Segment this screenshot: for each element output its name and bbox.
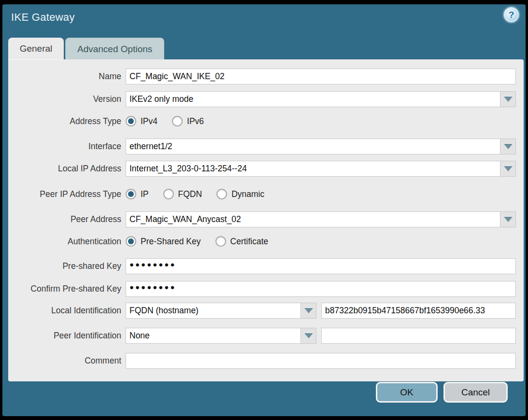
- dialog-title: IKE Gateway: [11, 11, 75, 24]
- tab-advanced-options[interactable]: Advanced Options: [65, 38, 164, 60]
- peer-identification-row: Peer Identification None: [8, 328, 516, 344]
- radio-pre-shared-key-label: Pre-Shared Key: [141, 237, 201, 247]
- interface-select[interactable]: ethernet1/2: [126, 139, 516, 154]
- pre-shared-key-label: Pre-shared Key: [8, 261, 126, 271]
- radio-certificate-circle-icon[interactable]: [215, 236, 226, 247]
- radio-peer-dynamic-circle-icon[interactable]: [216, 189, 227, 199]
- peer-ip-type-row: Peer IP Address Type IP FQDN Dynamic: [8, 188, 516, 200]
- radio-ipv6-label: IPv6: [187, 116, 204, 126]
- help-icon[interactable]: ?: [504, 7, 519, 22]
- version-dropdown-button[interactable]: [500, 91, 516, 107]
- help-icon-glyph: ?: [509, 10, 514, 20]
- pre-shared-key-row: Pre-shared Key ●●●●●●●●: [8, 258, 516, 274]
- name-input[interactable]: [126, 69, 516, 84]
- radio-peer-fqdn-label: FQDN: [178, 189, 202, 199]
- local-identification-type-select[interactable]: FQDN (hostname): [126, 303, 316, 319]
- radio-pre-shared-key[interactable]: Pre-Shared Key: [126, 236, 201, 247]
- radio-ipv6-circle-icon[interactable]: [172, 116, 183, 126]
- radio-ipv4[interactable]: IPv4: [126, 116, 157, 126]
- radio-ipv6[interactable]: IPv6: [172, 116, 204, 126]
- version-select[interactable]: IKEv2 only mode: [126, 91, 516, 107]
- chevron-down-icon: [504, 217, 513, 222]
- peer-ip-type-label: Peer IP Address Type: [8, 189, 126, 199]
- name-label: Name: [8, 71, 126, 82]
- address-type-label: Address Type: [8, 116, 126, 126]
- chevron-down-icon: [504, 144, 513, 149]
- chevron-down-icon: [304, 333, 313, 338]
- radio-certificate-label: Certificate: [230, 237, 269, 247]
- local-identification-dropdown-button[interactable]: [300, 303, 316, 319]
- peer-identification-type-value: None: [126, 328, 300, 344]
- version-row: Version IKEv2 only mode: [8, 91, 516, 107]
- radio-pre-shared-key-circle-icon[interactable]: [126, 236, 136, 247]
- chevron-down-icon: [504, 97, 513, 102]
- comment-row: Comment: [8, 353, 516, 369]
- local-identification-type-value: FQDN (hostname): [126, 303, 300, 319]
- local-ip-row: Local IP Address Internet_L3_203-0-113-2…: [8, 161, 516, 177]
- name-row: Name: [8, 69, 516, 84]
- comment-input[interactable]: [126, 353, 516, 369]
- radio-peer-dynamic[interactable]: Dynamic: [216, 189, 264, 199]
- local-ip-value: Internet_L3_203-0-113-254--24: [126, 161, 500, 177]
- radio-peer-fqdn[interactable]: FQDN: [163, 189, 202, 199]
- radio-peer-ip-circle-icon[interactable]: [126, 189, 136, 199]
- radio-certificate[interactable]: Certificate: [215, 236, 269, 247]
- radio-peer-fqdn-circle-icon[interactable]: [163, 189, 174, 199]
- local-ip-label: Local IP Address: [8, 164, 126, 174]
- radio-peer-ip[interactable]: IP: [126, 189, 149, 199]
- interface-value: ethernet1/2: [126, 139, 500, 154]
- local-identification-value-input[interactable]: [321, 303, 516, 319]
- chevron-down-icon: [504, 166, 513, 171]
- version-value: IKEv2 only mode: [126, 91, 500, 107]
- address-type-row: Address Type IPv4 IPv6: [8, 115, 516, 127]
- local-identification-label: Local Identification: [8, 306, 126, 316]
- peer-identification-value-input[interactable]: [321, 328, 516, 344]
- pre-shared-key-input[interactable]: ●●●●●●●●: [126, 258, 516, 274]
- local-ip-dropdown-button[interactable]: [500, 161, 516, 177]
- local-identification-row: Local Identification FQDN (hostname): [8, 303, 516, 319]
- ok-button[interactable]: OK: [376, 382, 438, 403]
- confirm-pre-shared-key-input[interactable]: ●●●●●●●●: [126, 281, 516, 297]
- peer-identification-label: Peer Identification: [8, 331, 126, 341]
- peer-address-row: Peer Address CF_Magic_WAN_Anycast_02: [8, 211, 516, 227]
- cancel-button[interactable]: Cancel: [443, 382, 508, 403]
- tab-advanced-options-label: Advanced Options: [77, 44, 152, 55]
- interface-dropdown-button[interactable]: [500, 139, 516, 154]
- version-label: Version: [8, 94, 126, 104]
- chevron-down-icon: [304, 308, 313, 313]
- radio-peer-ip-label: IP: [141, 189, 149, 199]
- radio-peer-dynamic-label: Dynamic: [231, 189, 264, 199]
- interface-label: Interface: [8, 141, 126, 152]
- confirm-pre-shared-key-label: Confirm Pre-shared Key: [8, 284, 126, 294]
- peer-address-value: CF_Magic_WAN_Anycast_02: [126, 211, 500, 227]
- tab-bar: General Advanced Options: [8, 38, 164, 60]
- authentication-label: Authentication: [8, 237, 126, 247]
- authentication-row: Authentication Pre-Shared Key Certificat…: [8, 236, 516, 247]
- dialog-titlebar: IKE Gateway ?: [2, 4, 526, 33]
- peer-address-select[interactable]: CF_Magic_WAN_Anycast_02: [126, 211, 516, 227]
- radio-ipv4-label: IPv4: [141, 116, 157, 126]
- peer-address-label: Peer Address: [8, 214, 126, 224]
- peer-identification-type-select[interactable]: None: [126, 328, 316, 344]
- peer-identification-dropdown-button[interactable]: [300, 328, 316, 344]
- peer-address-dropdown-button[interactable]: [500, 211, 516, 227]
- ike-gateway-dialog: IKE Gateway ? General Advanced Options N…: [2, 4, 526, 416]
- tab-general[interactable]: General: [8, 38, 64, 60]
- interface-row: Interface ethernet1/2: [8, 139, 516, 154]
- confirm-pre-shared-key-row: Confirm Pre-shared Key ●●●●●●●●: [8, 281, 516, 297]
- radio-ipv4-circle-icon[interactable]: [126, 116, 136, 126]
- comment-label: Comment: [8, 356, 126, 366]
- general-tab-panel: Name Version IKEv2 only mode Address Typ…: [8, 59, 524, 381]
- local-ip-select[interactable]: Internet_L3_203-0-113-254--24: [126, 161, 516, 177]
- tab-general-label: General: [20, 43, 53, 54]
